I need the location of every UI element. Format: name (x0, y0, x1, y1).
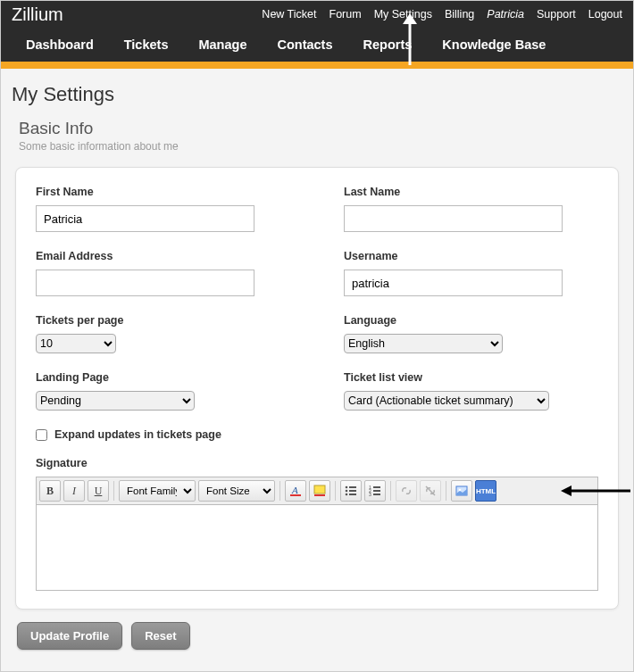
font-color-icon: A (289, 485, 302, 497)
expand-updates-checkbox[interactable] (36, 429, 47, 441)
email-label: Email Address (36, 250, 290, 262)
toolbar-separator (335, 481, 336, 501)
top-links: New Ticket Forum My Settings Billing Pat… (262, 8, 622, 21)
svg-rect-9 (349, 490, 356, 492)
toolbar-separator (390, 481, 391, 501)
landing-page-label: Landing Page (36, 371, 290, 384)
reset-button[interactable]: Reset (131, 622, 189, 650)
first-name-label: First Name (36, 186, 290, 198)
brand-logo: Zillium (12, 4, 63, 25)
tickets-per-page-select[interactable]: 10 (36, 334, 116, 353)
nav-contacts[interactable]: Contacts (277, 37, 332, 52)
expand-updates-label: Expand updates in tickets page (54, 428, 221, 441)
html-source-button[interactable]: HTML (475, 480, 496, 502)
last-name-label: Last Name (344, 186, 598, 198)
nav-tickets[interactable]: Tickets (124, 37, 169, 52)
basic-info-card: First Name Last Name Email Address Usern… (15, 167, 619, 610)
top-link-forum[interactable]: Forum (330, 8, 362, 21)
svg-point-19 (459, 489, 462, 492)
page-title: My Settings (12, 83, 622, 106)
toolbar-separator (113, 481, 114, 501)
signature-editor[interactable] (36, 505, 598, 591)
font-size-select[interactable]: Font Size (198, 480, 275, 502)
last-name-input[interactable] (344, 205, 563, 232)
username-input[interactable] (344, 270, 563, 296)
link-icon (400, 485, 413, 497)
bullet-list-button[interactable] (340, 480, 362, 502)
number-list-button[interactable]: 123 (364, 480, 386, 502)
ticket-list-view-select[interactable]: Card (Actionable ticket summary) (344, 391, 549, 411)
top-link-logout[interactable]: Logout (588, 8, 622, 21)
nav-manage[interactable]: Manage (198, 37, 246, 52)
svg-point-8 (346, 490, 348, 493)
svg-rect-13 (373, 486, 380, 488)
svg-rect-3 (290, 494, 301, 496)
svg-rect-5 (314, 494, 325, 496)
section-title: Basic Info (19, 119, 615, 138)
svg-point-10 (346, 494, 348, 496)
username-label: Username (344, 250, 598, 262)
nav-knowledge-base[interactable]: Knowledge Base (442, 37, 546, 52)
section-subtitle: Some basic information about me (19, 140, 615, 153)
unlink-button[interactable] (420, 480, 441, 502)
bullet-list-icon (345, 485, 357, 497)
image-icon (455, 485, 468, 497)
nav-dashboard[interactable]: Dashboard (26, 37, 94, 52)
svg-text:A: A (291, 485, 298, 495)
top-link-billing[interactable]: Billing (445, 8, 474, 21)
insert-image-button[interactable] (451, 480, 472, 502)
bold-button[interactable]: B (39, 480, 61, 502)
top-link-my-settings[interactable]: My Settings (374, 8, 432, 21)
number-list-icon: 123 (369, 485, 381, 497)
highlight-icon (313, 485, 326, 497)
highlight-color-button[interactable] (309, 480, 330, 502)
editor-toolbar: B I U Font Family Font Size A 123 (36, 477, 598, 505)
accent-strip (1, 62, 633, 69)
tickets-per-page-label: Tickets per page (36, 314, 290, 327)
top-link-support[interactable]: Support (537, 8, 576, 21)
top-link-username[interactable]: Patricia (487, 8, 524, 21)
link-button[interactable] (396, 480, 417, 502)
underline-button[interactable]: U (88, 480, 109, 502)
svg-text:3: 3 (369, 492, 371, 497)
svg-rect-11 (349, 494, 356, 495)
ticket-list-view-label: Ticket list view (344, 371, 598, 384)
signature-label: Signature (36, 457, 598, 469)
landing-page-select[interactable]: Pending (36, 391, 195, 411)
svg-rect-4 (314, 485, 325, 494)
italic-button[interactable]: I (63, 480, 85, 502)
update-profile-button[interactable]: Update Profile (17, 622, 122, 650)
unlink-icon (424, 485, 437, 497)
svg-rect-7 (349, 486, 356, 488)
svg-rect-17 (373, 494, 380, 495)
email-input[interactable] (36, 270, 254, 296)
language-label: Language (344, 314, 598, 327)
toolbar-separator (446, 481, 446, 501)
main-nav: Dashboard Tickets Manage Contacts Report… (1, 28, 633, 62)
font-family-select[interactable]: Font Family (119, 480, 196, 502)
language-select[interactable]: English (344, 334, 503, 353)
nav-reports[interactable]: Reports (363, 37, 413, 52)
svg-rect-15 (373, 490, 380, 492)
top-link-new-ticket[interactable]: New Ticket (262, 8, 316, 21)
font-color-button[interactable]: A (285, 480, 306, 502)
svg-point-6 (346, 486, 348, 489)
first-name-input[interactable] (36, 205, 254, 232)
toolbar-separator (279, 481, 280, 501)
